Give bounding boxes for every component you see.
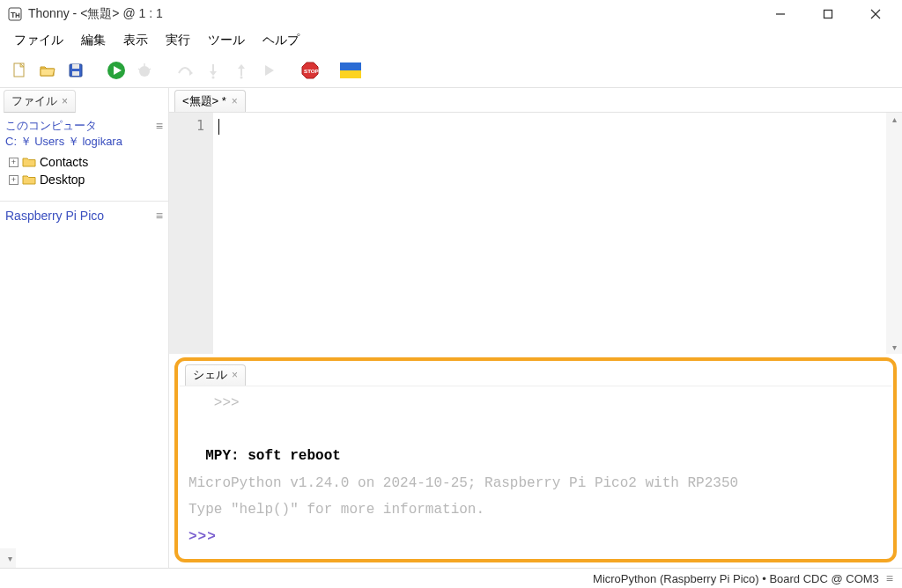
files-panel: このコンピュータ ≡ C: ￥ Users ￥ logikara + Conta… xyxy=(0,113,168,188)
svg-rect-3 xyxy=(824,11,832,18)
svg-point-19 xyxy=(212,76,215,78)
tree-item-label: Desktop xyxy=(40,173,85,187)
tree-item[interactable]: + Desktop xyxy=(0,171,168,188)
sidebar: ファイル × このコンピュータ ≡ C: ￥ Users ￥ logikara … xyxy=(0,88,169,568)
close-icon[interactable]: × xyxy=(232,95,238,107)
shell-panel: シェル × >>> MPY: soft reboot MicroPython v… xyxy=(180,363,891,557)
panel-menu-icon[interactable]: ≡ xyxy=(156,209,163,223)
app-icon: Tʜ xyxy=(7,6,23,22)
save-button[interactable] xyxy=(65,60,86,81)
titlebar: Tʜ Thonny - <無題> @ 1 : 1 xyxy=(0,0,902,28)
svg-marker-18 xyxy=(210,71,217,76)
scroll-down-icon[interactable]: ▾ xyxy=(892,342,897,352)
new-file-button[interactable] xyxy=(9,60,30,81)
shell-output[interactable]: >>> MPY: soft reboot MicroPython v1.24.0… xyxy=(180,386,891,557)
step-over-button[interactable] xyxy=(174,60,196,81)
menu-file[interactable]: ファイル xyxy=(5,29,72,52)
shell-line: MicroPython v1.24.0 on 2024-10-25; Raspb… xyxy=(189,475,738,491)
line-number: 1 xyxy=(169,118,204,134)
step-into-button[interactable] xyxy=(203,60,224,81)
statusbar: MicroPython (Raspberry Pi Pico) • Board … xyxy=(0,568,902,588)
shell-old-prompt: >>> xyxy=(189,395,240,411)
close-icon[interactable]: × xyxy=(232,369,238,381)
svg-rect-26 xyxy=(340,70,361,78)
computer-path[interactable]: C: ￥ Users ￥ logikara xyxy=(0,134,168,153)
shell-line: MPY: soft reboot xyxy=(189,448,341,464)
shell-tab-label: シェル xyxy=(193,367,227,383)
svg-rect-25 xyxy=(340,62,361,70)
toolbar: STOP xyxy=(0,53,902,88)
main-area: ファイル × このコンピュータ ≡ C: ￥ Users ￥ logikara … xyxy=(0,88,902,568)
svg-marker-22 xyxy=(265,65,274,76)
svg-rect-9 xyxy=(72,64,79,69)
maximize-button[interactable] xyxy=(816,4,840,25)
code-editor[interactable]: 1 ▴ ▾ xyxy=(169,113,902,354)
run-button[interactable] xyxy=(106,60,127,81)
shell-line: Type "help()" for more information. xyxy=(189,502,484,518)
menu-help[interactable]: ヘルプ xyxy=(254,29,308,52)
menu-run[interactable]: 実行 xyxy=(157,29,199,52)
shell-prompt[interactable]: >>> xyxy=(189,529,226,545)
svg-text:STOP: STOP xyxy=(304,67,319,73)
editor-tab-label: <無題> * xyxy=(182,93,226,109)
computer-label[interactable]: このコンピュータ xyxy=(5,118,97,134)
svg-point-21 xyxy=(240,76,243,78)
line-gutter: 1 xyxy=(169,113,213,354)
pico-label[interactable]: Raspberry Pi Pico xyxy=(5,209,104,223)
debug-button[interactable] xyxy=(134,60,155,81)
tree-item[interactable]: + Contacts xyxy=(0,153,168,171)
scroll-up-icon[interactable]: ▴ xyxy=(892,114,897,124)
folder-icon xyxy=(22,173,36,186)
open-file-button[interactable] xyxy=(37,60,58,81)
resume-button[interactable] xyxy=(259,60,280,81)
svg-marker-17 xyxy=(189,70,193,76)
shell-panel-highlight: シェル × >>> MPY: soft reboot MicroPython v… xyxy=(174,357,897,562)
menu-view[interactable]: 表示 xyxy=(115,29,157,52)
pico-files-panel: Raspberry Pi Pico ≡ xyxy=(0,201,168,230)
menu-tools[interactable]: ツール xyxy=(199,29,254,52)
code-area[interactable] xyxy=(213,113,886,354)
text-cursor xyxy=(218,119,219,135)
expand-icon[interactable]: + xyxy=(9,158,18,167)
editor-and-shell: <無題> * × 1 ▴ ▾ シェル × xyxy=(169,88,902,568)
editor-scrollbar[interactable]: ▴ ▾ xyxy=(886,113,902,354)
files-panel-tab[interactable]: ファイル × xyxy=(4,90,76,113)
folder-icon xyxy=(22,156,36,168)
statusbar-menu-icon[interactable]: ≡ xyxy=(886,571,893,585)
editor-tabbar: <無題> * × xyxy=(169,88,902,113)
panel-menu-icon[interactable]: ≡ xyxy=(156,119,163,133)
window-title: Thonny - <無題> @ 1 : 1 xyxy=(28,6,163,22)
files-panel-label: ファイル xyxy=(11,93,57,109)
scroll-down-icon[interactable]: ▾ xyxy=(8,554,12,563)
stop-button[interactable]: STOP xyxy=(299,60,321,81)
interpreter-status[interactable]: MicroPython (Raspberry Pi Pico) • Board … xyxy=(593,572,879,585)
menubar: ファイル 編集 表示 実行 ツール ヘルプ xyxy=(0,28,902,53)
expand-icon[interactable]: + xyxy=(9,175,18,185)
step-out-button[interactable] xyxy=(231,60,252,81)
svg-marker-20 xyxy=(238,64,245,69)
svg-rect-10 xyxy=(72,71,79,76)
ukraine-flag-icon[interactable] xyxy=(340,60,361,81)
svg-point-13 xyxy=(139,66,150,77)
menu-edit[interactable]: 編集 xyxy=(72,29,115,52)
close-button[interactable] xyxy=(863,4,888,25)
minimize-button[interactable] xyxy=(768,4,793,25)
close-icon[interactable]: × xyxy=(62,95,68,107)
shell-tab[interactable]: シェル × xyxy=(185,364,246,386)
tree-item-label: Contacts xyxy=(40,155,88,169)
editor-tab[interactable]: <無題> * × xyxy=(174,90,246,112)
svg-text:Tʜ: Tʜ xyxy=(11,11,21,19)
